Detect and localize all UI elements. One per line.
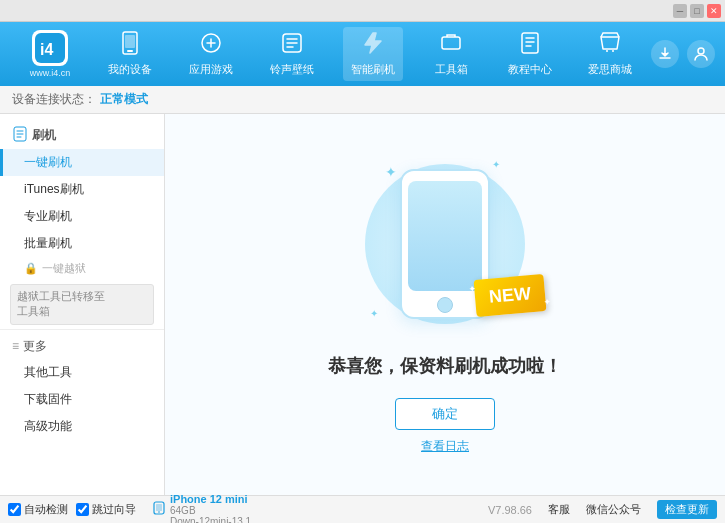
nav-smart-flash[interactable]: 智能刷机 [343,27,403,81]
smart-flash-icon [361,31,385,60]
header: i4 www.i4.cn 我的设备 应用游戏 铃声壁纸 [0,22,725,86]
flash-section-icon [12,126,28,145]
sidebar-item-itunes-flash[interactable]: iTunes刷机 [0,176,164,203]
confirm-button[interactable]: 确定 [395,398,495,430]
nav-smart-flash-label: 智能刷机 [351,62,395,77]
svg-rect-14 [156,504,162,511]
svg-rect-3 [127,50,133,52]
logo-icon: i4 [32,30,68,66]
device-name: iPhone 12 mini [170,493,251,505]
auto-detect-input[interactable] [8,503,21,516]
nav-my-device[interactable]: 我的设备 [100,27,160,81]
auto-detect-checkbox[interactable]: 自动检测 [8,502,68,517]
more-lines-icon: ≡ [12,339,19,353]
nav-ringtones-label: 铃声壁纸 [270,62,314,77]
bottom-right: V7.98.66 客服 微信公众号 检查更新 [488,500,717,519]
apps-games-icon [199,31,223,60]
tools-icon [439,31,463,60]
ringtones-icon [280,31,304,60]
device-storage: 64GB [170,505,251,516]
status-bar: 设备连接状态： 正常模式 [0,86,725,114]
svg-point-10 [612,50,614,52]
sidebar-item-download-firmware[interactable]: 下载固件 [0,386,164,413]
skip-wizard-input[interactable] [76,503,89,516]
sidebar-jailbreak-notice: 越狱工具已转移至工具箱 [10,284,154,325]
svg-point-9 [606,50,608,52]
svg-point-11 [698,48,704,54]
maximize-button[interactable]: □ [690,4,704,18]
sidebar-flash-header: 刷机 [0,122,164,149]
download-button[interactable] [651,40,679,68]
device-icon [152,501,166,518]
new-badge: NEW [474,274,547,317]
nav-ringtones[interactable]: 铃声壁纸 [262,27,322,81]
nav-tutorials-label: 教程中心 [508,62,552,77]
minimize-button[interactable]: ─ [673,4,687,18]
sidebar-flash-label: 刷机 [32,127,56,144]
device-section: iPhone 12 mini 64GB Down-12mini-13,1 [152,493,251,524]
nav-tools[interactable]: 工具箱 [424,27,479,81]
customer-service-link[interactable]: 客服 [548,502,570,517]
content-area: ✦ ✦ ✦ NEW 恭喜您，保资料刷机成功啦！ 确定 查看日志 [165,114,725,495]
sidebar-jailbreak-locked: 🔒 一键越狱 [0,257,164,280]
nav-store-label: 爱思商城 [588,62,632,77]
skip-wizard-checkbox[interactable]: 跳过向导 [76,502,136,517]
sparkle-3: ✦ [370,308,378,319]
svg-text:i4: i4 [40,41,53,58]
success-message: 恭喜您，保资料刷机成功啦！ [328,354,562,378]
nav-store[interactable]: 爱思商城 [580,27,640,81]
sidebar-divider [0,329,164,330]
phone-home-button [437,297,453,313]
nav-apps-games[interactable]: 应用游戏 [181,27,241,81]
sidebar-item-onekey-flash[interactable]: 一键刷机 [0,149,164,176]
logo-url: www.i4.cn [30,68,71,78]
bottom-left: 自动检测 跳过向导 iPhone 12 mini 64GB Down-12min… [8,493,251,524]
sidebar: 刷机 一键刷机 iTunes刷机 专业刷机 批量刷机 🔒 一键越狱 越狱工具已转… [0,114,165,495]
status-label: 设备连接状态： [12,91,96,108]
version-label: V7.98.66 [488,504,532,516]
nav-tutorials[interactable]: 教程中心 [500,27,560,81]
sidebar-item-pro-flash[interactable]: 专业刷机 [0,203,164,230]
user-button[interactable] [687,40,715,68]
check-update-button[interactable]: 检查更新 [657,500,717,519]
device-info: iPhone 12 mini 64GB Down-12mini-13,1 [170,493,251,524]
sidebar-item-other-tools[interactable]: 其他工具 [0,359,164,386]
sparkle-1: ✦ [385,164,397,180]
nav-tools-label: 工具箱 [435,62,468,77]
lock-icon: 🔒 [24,262,38,275]
wechat-public-link[interactable]: 微信公众号 [586,502,641,517]
nav-bar: 我的设备 应用游戏 铃声壁纸 智能刷机 工具箱 [90,27,651,81]
nav-apps-label: 应用游戏 [189,62,233,77]
sidebar-item-advanced[interactable]: 高级功能 [0,413,164,440]
logo[interactable]: i4 www.i4.cn [10,30,90,78]
main-layout: 刷机 一键刷机 iTunes刷机 专业刷机 批量刷机 🔒 一键越狱 越狱工具已转… [0,114,725,495]
phone-illustration: ✦ ✦ ✦ NEW [355,154,535,334]
title-bar: ─ □ ✕ [0,0,725,22]
close-button[interactable]: ✕ [707,4,721,18]
sidebar-more-header: ≡ 更多 [0,334,164,359]
sparkle-2: ✦ [492,159,500,170]
bottom-bar: 自动检测 跳过向导 iPhone 12 mini 64GB Down-12min… [0,495,725,523]
status-value: 正常模式 [100,91,148,108]
store-icon [598,31,622,60]
header-right-controls [651,40,715,68]
phone-screen [408,181,482,291]
tutorials-icon [518,31,542,60]
svg-rect-4 [125,35,135,48]
my-device-icon [118,31,142,60]
svg-rect-7 [442,37,460,49]
device-model: Down-12mini-13,1 [170,516,251,524]
svg-point-15 [158,511,160,513]
view-log-link[interactable]: 查看日志 [421,438,469,455]
svg-rect-8 [522,33,538,53]
sidebar-item-batch-flash[interactable]: 批量刷机 [0,230,164,257]
nav-my-device-label: 我的设备 [108,62,152,77]
